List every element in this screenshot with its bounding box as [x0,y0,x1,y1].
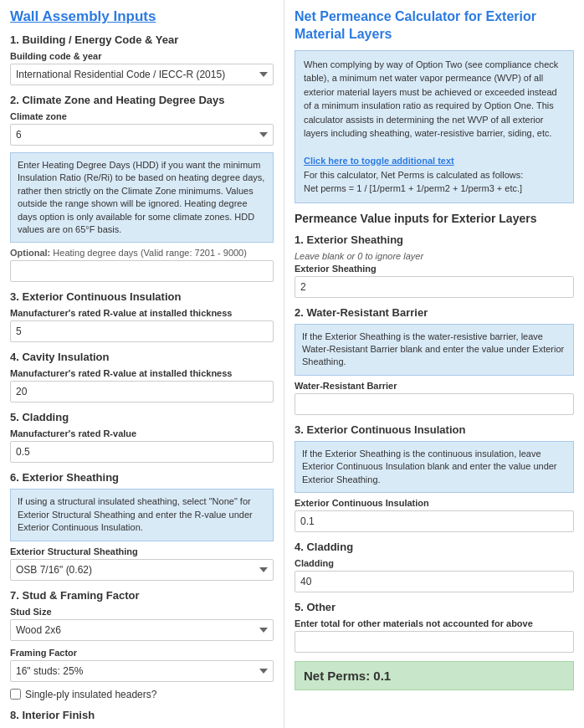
r-ext-sheathing-label: Exterior Sheathing [295,264,574,274]
r-section-4-title: 4. Cladding [295,541,574,553]
framing-factor-group: Framing Factor 16" studs: 25% [10,648,274,682]
r-wrb-input[interactable] [295,393,574,415]
r-ext-sheathing-group: Leave blank or 0 to ignore layer Exterio… [295,251,574,298]
section-3-title: 3. Exterior Continuous Insulation [10,290,274,303]
left-panel: Wall Assembly Inputs 1. Building / Energ… [0,0,284,728]
hdd-field-group [10,260,274,282]
net-perms-value: Net Perms: 0.1 [304,669,391,683]
toggle-link[interactable]: Click here to toggle additional text [304,156,454,166]
r-cont-ins-input[interactable] [295,510,574,532]
section-4-title: 4. Cavity Insulation [10,351,274,363]
sheathing-info-box: If using a structural insulated sheathin… [10,489,274,541]
sheathing-select[interactable]: OSB 7/16" (0.62) [10,559,274,581]
r-cladding-input[interactable] [295,571,574,592]
r-cont-ins-group: Exterior Continuous Insulation [295,498,574,532]
hdd-optional-label: Optional: Heating degree days (Valid ran… [10,248,274,258]
section-5-title: 5. Cladding [10,411,274,423]
r-section-1-title: 1. Exterior Sheathing [295,233,574,246]
stud-size-group: Stud Size Wood 2x6 [10,607,274,641]
cladding-input[interactable] [10,441,274,463]
r-other-input[interactable] [295,631,574,653]
framing-factor-label: Framing Factor [10,648,274,658]
page-title: Wall Assembly Inputs [10,8,274,25]
r-ext-sheathing-input[interactable] [295,276,574,298]
hdd-input[interactable] [10,260,274,282]
section-7-title: 7. Stud & Framing Factor [10,589,274,602]
building-code-select[interactable]: International Residential Code / IECC-R … [10,64,274,85]
insulated-headers-checkbox[interactable] [10,689,21,700]
climate-zone-group: Climate zone 6 [10,111,274,146]
section-8-title: 8. Interior Finish [10,709,274,721]
right-panel: Net Permeance Calculator for Exterior Ma… [284,0,584,728]
cavity-insulation-input[interactable] [10,381,274,402]
cladding-label: Manufacturer's rated R-value [10,428,274,438]
stud-size-select[interactable]: Wood 2x6 [10,619,274,641]
r-wrb-group: Water-Resistant Barrier [295,381,574,415]
r-cladding-group: Cladding [295,558,574,592]
right-info-box: When complying by way of Option Two (see… [295,50,574,203]
cavity-insulation-group: Manufacturer's rated R-value at installe… [10,368,274,402]
framing-factor-select[interactable]: 16" studs: 25% [10,660,274,682]
right-title: Net Permeance Calculator for Exterior Ma… [295,8,574,44]
climate-zone-select[interactable]: 6 [10,124,274,146]
cavity-insulation-label: Manufacturer's rated R-value at installe… [10,368,274,378]
section-6-title: 6. Exterior Sheathing [10,471,274,484]
r-wrb-label: Water-Resistant Barrier [295,381,574,391]
section-2-title: 2. Climate Zone and Heating Degree Days [10,94,274,106]
sheathing-label: Exterior Structural Sheathing [10,546,274,556]
section-1-title: 1. Building / Energy Code & Year [10,33,274,46]
permeance-title: Permeance Value inputs for Exterior Laye… [295,212,574,225]
r-section-2-title: 2. Water-Resistant Barrier [295,306,574,319]
r-other-label: Enter total for other materials not acco… [295,618,574,628]
sheathing-group: Exterior Structural Sheathing OSB 7/16" … [10,546,274,581]
insulated-headers-label: Single-ply insulated headers? [25,689,156,700]
net-perms-box: Net Perms: 0.1 [295,661,574,690]
ext-insulation-group: Manufacturer's rated R-value at installe… [10,308,274,342]
r-section-5-title: 5. Other [295,601,574,613]
r-other-group: Enter total for other materials not acco… [295,618,574,653]
insulated-headers-row: Single-ply insulated headers? [10,689,274,700]
building-code-group: Building code & year International Resid… [10,51,274,85]
r-cont-ins-info-box: If the Exterior Sheathing is the continu… [295,441,574,493]
ext-insulation-input[interactable] [10,320,274,342]
hdd-info-box: Enter Heating Degree Days (HDD) if you w… [10,152,274,243]
climate-zone-label: Climate zone [10,111,274,121]
r-wrb-info-box: If the Exterior Sheathing is the water-r… [295,324,574,376]
r-section-3-title: 3. Exterior Continuous Insulation [295,423,574,436]
ext-insulation-label: Manufacturer's rated R-value at installe… [10,308,274,318]
r-ext-sheathing-hint: Leave blank or 0 to ignore layer [295,251,574,261]
stud-size-label: Stud Size [10,607,274,617]
r-cladding-label: Cladding [295,558,574,568]
building-code-label: Building code & year [10,51,274,61]
cladding-group: Manufacturer's rated R-value [10,428,274,463]
r-cont-ins-label: Exterior Continuous Insulation [295,498,574,508]
